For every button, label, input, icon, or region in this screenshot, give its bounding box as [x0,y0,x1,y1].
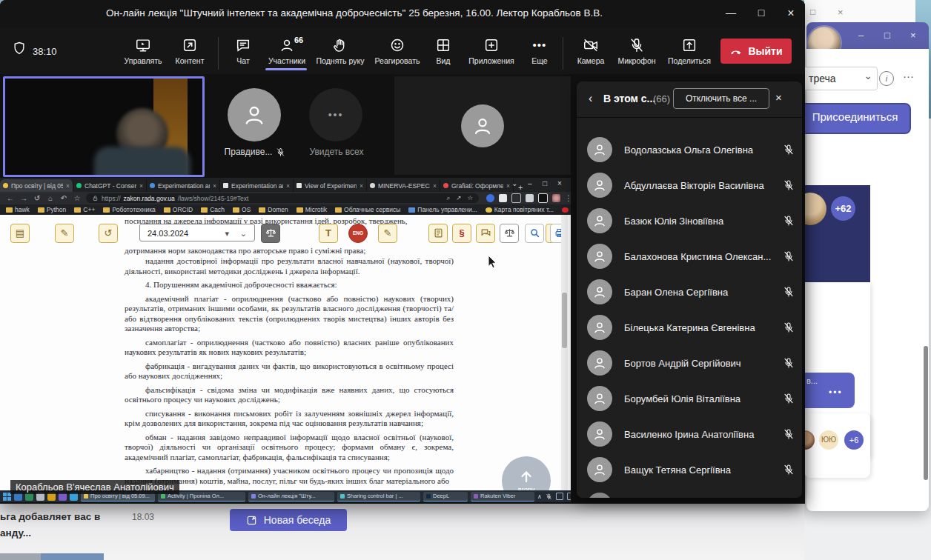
home-icon[interactable]: ⌂ [46,194,55,202]
see-all-tile[interactable]: ••• [309,88,362,141]
meeting-banner-card[interactable]: +62 [804,185,870,282]
scrollbar-thumb[interactable] [562,293,567,348]
close-icon[interactable]: × [557,179,562,187]
more-icon[interactable]: ··· [903,70,914,82]
back-icon[interactable]: ← [6,194,15,202]
taskbar-window[interactable]: Он-лайн лекція "Шту... [248,492,334,501]
new-tab-icon[interactable]: + [518,183,523,192]
shared-screen[interactable]: Про освіту | від 05.0× ChatGPT - Consens… [0,178,571,502]
history-icon[interactable]: ↺ [99,224,118,243]
mic-off-icon[interactable] [783,464,795,476]
tab-close-icon[interactable]: × [213,182,216,190]
maximize-icon[interactable]: □ [753,7,769,19]
bookmark-item[interactable]: Python [38,206,66,213]
join-button[interactable]: Присоединиться [799,103,911,134]
participants-list[interactable]: Водолазська Ольга Олегівна Абдуллаєва Ві… [587,132,795,498]
close-icon[interactable]: × [838,7,844,18]
browser-tab[interactable]: Grafiati: Оформлени× [440,179,514,192]
close-icon[interactable]: × [783,7,799,20]
history-icon[interactable]: ↶ [59,194,68,202]
participants-card[interactable]: ЮЮ +6 [804,413,870,478]
bookmark-item[interactable]: Cach [201,206,225,213]
chevron-down-icon[interactable]: ⌄ [864,64,872,87]
toolbar-item-view[interactable]: Вид [426,36,460,65]
bookmark-item[interactable]: OS [233,206,251,213]
law-document[interactable]: посилання на джерела інформації у разі в… [0,215,571,490]
toolbar-item-more[interactable]: ••• Еще [523,36,557,65]
participant-row[interactable]: Білецька Катерина Євгенівна [587,310,795,345]
eng-translate-button[interactable]: ENG [348,224,368,243]
tab-close-icon[interactable]: × [506,182,510,190]
mic-off-icon[interactable] [783,215,795,227]
mute-all-button[interactable]: Отключить все ... [673,88,769,109]
participant-row[interactable]: Ващук Тетяна Сергіївна [587,452,795,487]
toolbar-item-manage[interactable]: Управлять [119,36,168,65]
participant-tile[interactable] [228,88,281,141]
bookmark-item[interactable]: Карта повітряних т... [486,206,554,213]
tab-close-icon[interactable]: × [360,182,363,190]
profile-avatar[interactable] [552,194,560,202]
meeting-name-box[interactable]: треча ⌄ [801,67,878,90]
system-tray[interactable]: ∧ ENG 16:27 [537,493,571,500]
speaker-video-tile[interactable] [3,76,205,177]
star-icon[interactable]: ☆ [467,194,473,202]
participant-row[interactable]: Бортов Андрій Сергійович [587,345,795,381]
bookmark-item[interactable]: Microtik [296,206,327,213]
message-bubble[interactable]: в... ••• [802,373,855,408]
toolbar-item-content[interactable]: Контент [168,36,212,65]
participant-row[interactable]: Балахонова Кристина Олексан... [587,239,795,274]
address-bar[interactable]: https://zakon.rada.gov.ua/laws/show/2145… [86,193,479,203]
browser-tab[interactable]: MINERVA-ESPECIAL× [367,179,440,192]
scales-icon-button[interactable] [261,224,280,243]
tab-search-icon[interactable]: ⌄ [511,179,517,187]
bookmark-item[interactable]: MEGA [562,206,571,213]
taskbar-window[interactable]: Sharing control bar | ... [337,492,420,501]
bookmark-item[interactable]: C++ [74,206,95,213]
mic-off-icon[interactable] [783,428,795,440]
toolbar-item-microphone[interactable]: Микрофон [612,36,661,65]
text-size-button[interactable]: T [319,224,338,243]
mic-off-icon[interactable] [783,250,795,262]
forward-icon[interactable]: → [19,194,28,202]
participant-row[interactable]: Борумбей Юлія Віталіївна [587,381,795,416]
mic-off-icon[interactable] [783,393,795,404]
maximize-icon[interactable]: □ [543,179,547,187]
participant-row[interactable]: Базюк Юлія Зіновіївна [587,203,795,239]
scrollbar[interactable] [924,346,928,480]
bookmark-item[interactable]: hawk [6,206,30,213]
browser-tab[interactable]: Experimentation and× [220,179,294,192]
mic-off-icon[interactable] [783,286,795,298]
participant-video-tile[interactable] [394,76,571,175]
participant-row[interactable]: Баран Олена Сергіївна [587,274,795,310]
taskbar-window[interactable]: DeepL [423,492,468,501]
close-panel-icon[interactable]: × [775,91,782,104]
participant-row[interactable]: Абдуллаєва Вікторія Василівна [587,167,795,203]
close-icon[interactable]: × [910,30,916,41]
scrollbar-track[interactable] [561,215,568,490]
mic-off-icon[interactable] [783,144,795,156]
mic-off-icon[interactable] [783,357,795,369]
mic-off-icon[interactable] [783,321,795,333]
new-chat-button[interactable]: Новая беседа [230,509,347,531]
comments-icon[interactable] [476,224,495,243]
bookmark-item[interactable]: Облачные сервисы [335,206,400,213]
tab-close-icon[interactable]: × [66,182,70,190]
toolbar-item-participants[interactable]: 66 Участники [262,36,312,65]
leave-button[interactable]: Выйти [720,39,792,64]
doc-card-icon[interactable] [428,224,448,243]
share-page-icon[interactable]: ↗ [456,194,461,202]
toolbar-item-chat[interactable]: Чат [225,36,262,65]
toolbar-item-raise-hand[interactable]: Поднять руку [312,36,368,65]
back-chevron-icon[interactable]: ‹ [589,92,592,105]
zoom-icon[interactable]: ⌕ [446,194,450,202]
toolbar-item-share[interactable]: Поделиться [661,36,718,65]
edit-icon[interactable]: ✎ [55,224,74,243]
chat-preview-line[interactable]: анду... [0,527,31,539]
taskbar-window[interactable]: Rakuten Viber [471,492,534,501]
bookmark-item[interactable]: ORCID [164,206,193,213]
teams-main-titlebar[interactable]: – □ × [806,22,929,49]
chat-preview-line[interactable]: ьга добавляет вас в [0,511,100,522]
download-icon[interactable] [526,194,534,202]
crop-extension-icon[interactable] [511,193,521,203]
minimize-icon[interactable]: — [723,7,739,19]
